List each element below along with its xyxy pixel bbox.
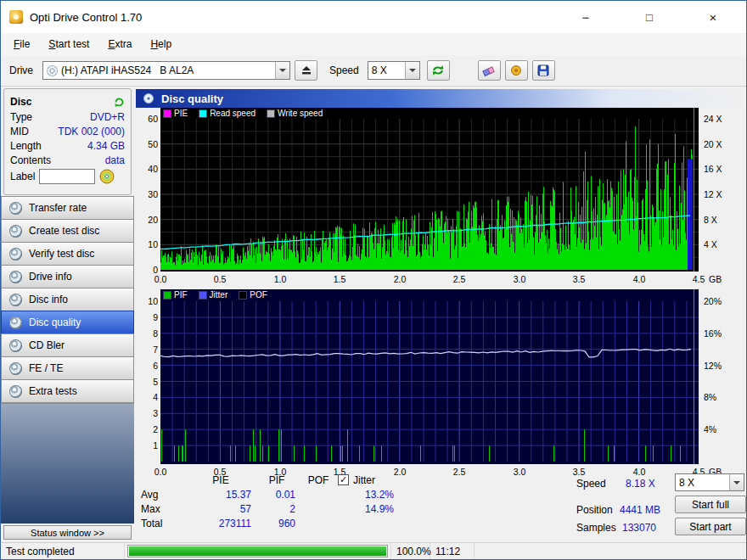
create-test-disc-icon <box>9 225 22 238</box>
disc-label-input[interactable] <box>39 169 95 184</box>
disc-info-group: Disc TypeDVD+R MIDTDK 002 (000) Length4.… <box>3 88 132 195</box>
sidebar-item-create-test-disc[interactable]: Create test disc <box>1 219 134 243</box>
y-axis-label: 50 <box>134 139 158 149</box>
disc-length-label: Length <box>10 140 42 152</box>
stats-header-pif: PIF <box>255 474 299 486</box>
y-axis-label: 8 <box>134 328 158 339</box>
progress-fill <box>129 546 386 556</box>
menu-extra[interactable]: Extra <box>98 35 141 53</box>
legend-pof: POF <box>239 291 267 300</box>
drive-select-value: (H:) ATAPI iHAS524 B AL2A <box>58 64 194 76</box>
x-axis-label: 1.5 <box>327 274 352 284</box>
x-axis-label: 0.0 <box>148 274 173 284</box>
pif-chart-canvas <box>160 289 699 464</box>
speed-label: Speed <box>329 64 359 76</box>
drive-select-arrow <box>275 62 289 79</box>
speed-select-arrow <box>405 62 419 79</box>
sidebar-item-disc-quality[interactable]: Disc quality <box>1 311 134 334</box>
sidebar-item-disc-info[interactable]: Disc info <box>1 288 134 311</box>
stats-row-label: Total <box>139 518 187 529</box>
sidebar-item-label: Disc quality <box>29 316 81 328</box>
sidebar-filler <box>1 403 134 524</box>
y2-axis-label: 24 X <box>704 114 738 124</box>
speed-select-value: 8 X <box>368 64 387 76</box>
disc-group-title: Disc <box>10 96 31 108</box>
refresh-disc-button[interactable] <box>114 97 125 108</box>
y-axis-label: 10 <box>134 296 158 306</box>
x-axis-label: 2.0 <box>387 274 413 284</box>
erase-disc-button[interactable] <box>478 60 501 81</box>
sidebar-item-extra-tests[interactable]: Extra tests <box>1 379 134 403</box>
y2-axis-label: 12% <box>704 361 738 371</box>
y-axis-label: 7 <box>134 344 158 355</box>
status-segment: Test completed <box>1 543 125 559</box>
speed-result-value: 8.18 X <box>626 478 655 490</box>
test-speed-value: 8 X <box>676 477 694 489</box>
refresh-icon <box>431 64 445 76</box>
y2-axis-label: 20 X <box>704 139 738 149</box>
y2-axis-label: 16 X <box>704 164 738 174</box>
stats-header-jitter: Jitter <box>353 474 375 486</box>
sidebar-nav: Transfer rateCreate test discVerify test… <box>1 197 134 403</box>
x-axis-label: 4.0 <box>626 467 652 477</box>
max-jitter-value: 14.9% <box>338 503 397 515</box>
refresh-button[interactable] <box>427 60 450 81</box>
y-axis-label: 9 <box>134 312 158 322</box>
menu-start-test[interactable]: Start test <box>39 35 98 53</box>
transfer-rate-icon <box>9 202 22 215</box>
eraser-icon <box>482 64 496 77</box>
stats-header-pof: POF <box>299 474 338 486</box>
eject-button[interactable] <box>295 60 317 81</box>
save-icon <box>536 64 550 77</box>
status-window-button[interactable]: Status window >> <box>3 525 132 540</box>
x-axis-label: 1.0 <box>267 274 293 284</box>
legend-write-speed: Write speed <box>267 109 323 118</box>
y-axis-label: 30 <box>134 189 158 199</box>
y-axis-label: 3 <box>134 408 158 418</box>
minimize-button[interactable]: − <box>566 4 605 30</box>
samples-value: 133070 <box>622 522 656 534</box>
disc-info-icon <box>9 294 22 306</box>
start-full-button[interactable]: Start full <box>675 496 746 513</box>
sidebar-item-drive-info[interactable]: Drive info <box>1 265 134 288</box>
close-button[interactable]: × <box>694 4 733 30</box>
legend-swatch <box>239 292 246 299</box>
start-part-button[interactable]: Start part <box>675 518 746 535</box>
app-icon <box>9 10 23 24</box>
legend-swatch <box>164 292 171 299</box>
speed-select[interactable]: 8 X <box>368 61 420 80</box>
test-speed-select[interactable]: 8 X <box>675 473 744 491</box>
disc-group-header: Disc <box>10 94 125 109</box>
progress-percent: 100.0% <box>396 546 431 557</box>
save-button[interactable] <box>532 60 555 81</box>
sidebar-item-label: Extra tests <box>29 385 77 397</box>
sidebar: Disc TypeDVD+R MIDTDK 002 (000) Length4.… <box>1 87 134 542</box>
main-panel: Disc quality PIERead speedWrite speed605… <box>134 87 746 542</box>
menu-file[interactable]: File <box>4 35 39 53</box>
statusbar-filler <box>475 543 746 559</box>
drive-select[interactable]: (H:) ATAPI iHAS524 B AL2A <box>42 61 290 80</box>
y2-axis-label: 20% <box>704 296 738 306</box>
label-disc-button[interactable] <box>99 169 115 184</box>
y-axis-label: 6 <box>134 361 158 371</box>
options-button[interactable] <box>505 60 528 81</box>
sidebar-item-fe-te[interactable]: FE / TE <box>1 356 134 380</box>
sidebar-item-verify-test-disc[interactable]: Verify test disc <box>1 242 134 266</box>
x-axis-label: 2.5 <box>447 274 472 284</box>
legend-pif: PIF <box>164 291 188 300</box>
stats-row-label: Max <box>139 503 187 515</box>
window-controls: − □ × <box>566 4 746 30</box>
menu-help[interactable]: Help <box>141 35 181 53</box>
chevron-down-icon <box>279 69 286 72</box>
avg-pie-value: 15.37 <box>187 489 255 501</box>
y2-axis-label: 8 X <box>704 215 738 225</box>
x-axis-label: 0.5 <box>207 274 233 284</box>
total-pie-value: 273111 <box>187 518 255 529</box>
chart-legend: PIFJitterPOF <box>164 290 267 300</box>
maximize-button[interactable]: □ <box>630 4 669 30</box>
sidebar-item-cd-bler[interactable]: CD Bler <box>1 333 134 357</box>
jitter-checkbox[interactable]: ✓ <box>338 474 349 485</box>
progress-segment <box>125 543 391 559</box>
x-axis-unit: GB <box>709 274 731 284</box>
sidebar-item-transfer-rate[interactable]: Transfer rate <box>1 196 134 220</box>
